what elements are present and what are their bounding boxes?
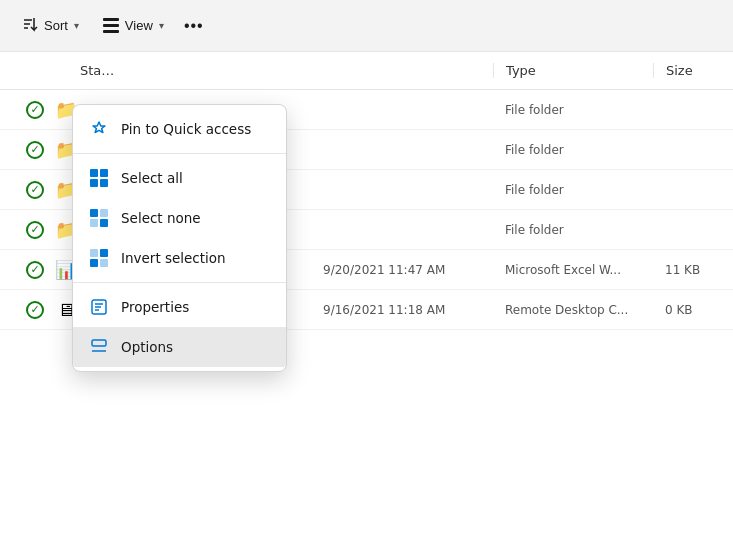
file-type: Remote Desktop C... (493, 303, 653, 317)
sort-chevron-icon: ▾ (74, 20, 79, 31)
file-type: File folder (493, 103, 653, 117)
menu-separator-2 (73, 282, 286, 283)
sort-icon (22, 16, 38, 35)
file-date: 9/20/2021 11:47 AM (323, 263, 493, 277)
view-label: View (125, 18, 153, 33)
file-size: 0 KB (653, 303, 733, 317)
file-size: 11 KB (653, 263, 733, 277)
menu-item-properties-label: Properties (121, 299, 189, 315)
menu-item-invert-label: Invert selection (121, 250, 226, 266)
menu-item-invert[interactable]: Invert selection (73, 238, 286, 278)
select-all-icon (89, 168, 109, 188)
status-icon: ✓ (20, 301, 50, 319)
context-menu: Pin to Quick access Select all Select no… (72, 104, 287, 372)
sort-label: Sort (44, 18, 68, 33)
toolbar: Sort ▾ View ▾ ••• (0, 0, 733, 52)
menu-item-select-none-label: Select none (121, 210, 201, 226)
status-icon: ✓ (20, 181, 50, 199)
status-icon: ✓ (20, 261, 50, 279)
file-date: 9/16/2021 11:18 AM (323, 303, 493, 317)
star-icon (89, 119, 109, 139)
status-icon: ✓ (20, 141, 50, 159)
view-chevron-icon: ▾ (159, 20, 164, 31)
menu-item-properties[interactable]: Properties (73, 287, 286, 327)
more-dots-icon: ••• (184, 17, 204, 35)
col-type-header: Type (493, 63, 653, 78)
menu-item-options[interactable]: Options (73, 327, 286, 367)
status-icon: ✓ (20, 101, 50, 119)
view-icon (103, 18, 119, 34)
select-none-icon (89, 208, 109, 228)
file-type: File folder (493, 143, 653, 157)
view-button[interactable]: View ▾ (93, 12, 174, 40)
menu-separator (73, 153, 286, 154)
menu-item-options-label: Options (121, 339, 173, 355)
menu-item-pin-label: Pin to Quick access (121, 121, 251, 137)
col-size-header: Size (653, 63, 733, 78)
svg-rect-8 (92, 340, 106, 346)
file-type: File folder (493, 183, 653, 197)
file-area: Sta… Type Size ✓ 📁 Documents File folder… (0, 52, 733, 550)
col-status-header: Sta… (80, 63, 140, 78)
file-type: File folder (493, 223, 653, 237)
invert-selection-icon (89, 248, 109, 268)
menu-item-select-none[interactable]: Select none (73, 198, 286, 238)
file-type: Microsoft Excel W... (493, 263, 653, 277)
menu-item-select-all-label: Select all (121, 170, 183, 186)
table-header: Sta… Type Size (0, 52, 733, 90)
more-options-button[interactable]: ••• (178, 10, 210, 42)
options-icon (89, 337, 109, 357)
properties-icon (89, 297, 109, 317)
menu-item-select-all[interactable]: Select all (73, 158, 286, 198)
status-icon: ✓ (20, 221, 50, 239)
sort-button[interactable]: Sort ▾ (12, 10, 89, 41)
menu-item-pin[interactable]: Pin to Quick access (73, 109, 286, 149)
